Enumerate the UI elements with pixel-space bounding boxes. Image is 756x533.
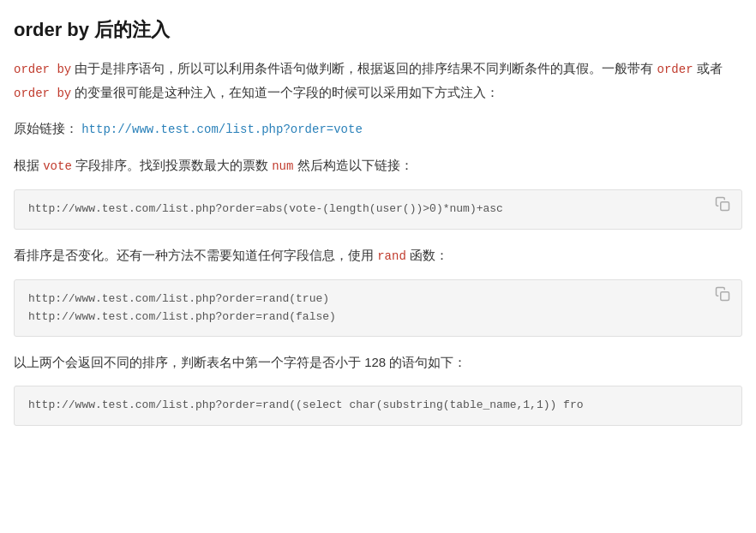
vote-sentence: 根据 vote 字段排序。找到投票数最大的票数 num 然后构造以下链接： (14, 153, 742, 177)
inline-code-vote: vote (43, 159, 72, 173)
inline-code-num: num (272, 159, 293, 173)
code-block-2-line1: http://www.test.com/list.php?order=rand(… (28, 290, 707, 308)
copy-button-2[interactable] (715, 286, 734, 305)
vote-sentence-post: 然后构造以下链接： (297, 158, 413, 172)
original-link-paragraph: 原始链接： http://www.test.com/list.php?order… (14, 117, 742, 141)
code-block-2-line2: http://www.test.com/list.php?order=rand(… (28, 308, 707, 326)
intro-text-3: 的变量很可能是这种注入，在知道一个字段的时候可以采用如下方式注入： (75, 85, 499, 99)
code-block-3-wrapper: http://www.test.com/list.php?order=rand(… (14, 386, 742, 426)
code-block-2-wrapper: http://www.test.com/list.php?order=rand(… (14, 279, 742, 338)
svg-rect-0 (721, 202, 729, 211)
intro-text-1: 由于是排序语句，所以可以利用条件语句做判断，根据返回的排序结果不同判断条件的真假… (75, 61, 657, 75)
original-link-label: 原始链接： (14, 121, 78, 135)
intro-paragraph: order by 由于是排序语句，所以可以利用条件语句做判断，根据返回的排序结果… (14, 57, 742, 105)
original-link-value: http://www.test.com/list.php?order=vote (81, 123, 363, 136)
copy-button-1[interactable] (715, 196, 734, 215)
page-title: order by 后的注入 (14, 17, 742, 43)
bottom-sentence: 以上两个会返回不同的排序，判断表名中第一个字符是否小于 128 的语句如下： (14, 350, 742, 374)
inline-code-order-by: order by (14, 63, 71, 76)
svg-rect-1 (721, 291, 729, 300)
check-text-post: 函数： (410, 248, 448, 262)
code-block-2: http://www.test.com/list.php?order=rand(… (14, 279, 742, 338)
inline-code-order-by-2: order by (14, 87, 71, 100)
check-text-pre: 看排序是否变化。还有一种方法不需要知道任何字段信息，使用 (14, 248, 377, 262)
code-block-3: http://www.test.com/list.php?order=rand(… (14, 386, 742, 426)
intro-text-2: 或者 (697, 61, 723, 75)
code-block-1-wrapper: http://www.test.com/list.php?order=abs(v… (14, 189, 742, 230)
vote-sentence-pre: 根据 (14, 158, 43, 172)
vote-sentence-mid: 字段排序。找到投票数最大的票数 (75, 158, 272, 172)
check-sentence: 看排序是否变化。还有一种方法不需要知道任何字段信息，使用 rand 函数： (14, 243, 742, 267)
inline-code-rand: rand (377, 249, 406, 263)
inline-code-order: order (657, 63, 693, 76)
code-block-1: http://www.test.com/list.php?order=abs(v… (14, 189, 742, 230)
